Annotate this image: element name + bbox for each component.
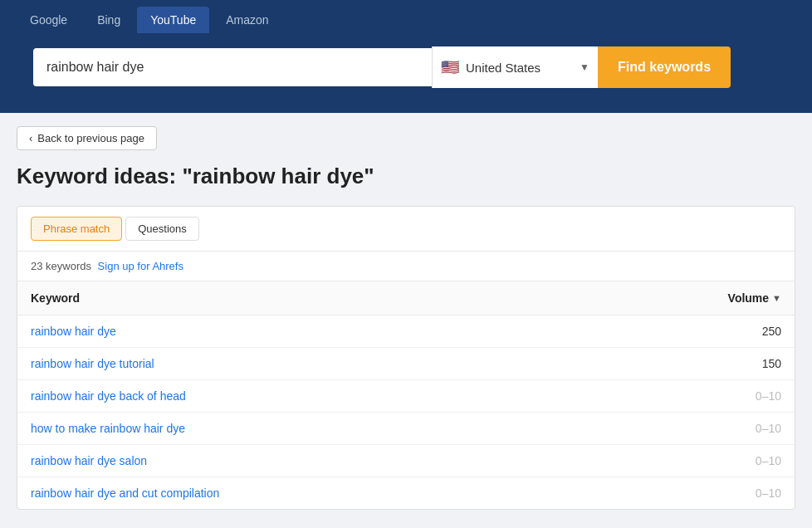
back-arrow-icon: ‹ [29, 132, 32, 144]
keyword-link[interactable]: rainbow hair dye and cut compilation [31, 486, 219, 500]
stats-row: 23 keywords Sign up for Ahrefs [17, 252, 795, 281]
chevron-down-icon: ▼ [580, 61, 589, 73]
keyword-table: rainbow hair dye 250 rainbow hair dye tu… [17, 315, 795, 509]
volume-value: 0–10 [756, 389, 781, 403]
table-row: how to make rainbow hair dye 0–10 [17, 413, 795, 445]
page-title: Keyword ideas: "rainbow hair dye" [17, 164, 795, 189]
country-label: United States [466, 61, 573, 75]
keyword-link[interactable]: rainbow hair dye [31, 325, 116, 338]
nav-tab-youtube[interactable]: YouTube [137, 7, 209, 33]
table-row: rainbow hair dye and cut compilation 0–1… [17, 477, 795, 509]
table-row: rainbow hair dye tutorial 150 [17, 348, 795, 380]
volume-value: 250 [762, 325, 781, 338]
keyword-link[interactable]: rainbow hair dye back of head [31, 389, 186, 403]
back-button-label: Back to previous page [37, 132, 144, 144]
nav-tabs: Google Bing YouTube Amazon [17, 0, 795, 33]
table-row: rainbow hair dye back of head 0–10 [17, 380, 795, 413]
search-input[interactable] [33, 48, 432, 86]
results-tabs-row: Phrase match Questions [17, 207, 795, 252]
back-button[interactable]: ‹ Back to previous page [17, 126, 157, 150]
volume-value: 0–10 [756, 422, 781, 435]
table-row: rainbow hair dye 250 [17, 315, 795, 348]
search-bar-area: 🇺🇸 United States ▼ Find keywords [17, 33, 795, 113]
nav-tab-amazon[interactable]: Amazon [213, 7, 281, 33]
tab-phrase-match[interactable]: Phrase match [31, 217, 122, 241]
keyword-link[interactable]: how to make rainbow hair dye [31, 422, 185, 435]
col-volume-header[interactable]: Volume ▼ [728, 291, 781, 305]
keyword-link[interactable]: rainbow hair dye tutorial [31, 357, 154, 370]
main-content: ‹ Back to previous page Keyword ideas: "… [0, 113, 812, 523]
keywords-count: 23 keywords [31, 260, 91, 272]
col-keyword-header: Keyword [31, 291, 80, 305]
volume-value: 0–10 [756, 486, 781, 500]
volume-value: 0–10 [756, 454, 781, 467]
find-keywords-button[interactable]: Find keywords [598, 46, 731, 88]
tab-questions[interactable]: Questions [125, 217, 199, 241]
volume-value: 150 [762, 357, 781, 370]
sort-arrow-icon: ▼ [772, 293, 781, 303]
nav-tab-bing[interactable]: Bing [84, 7, 134, 33]
keyword-link[interactable]: rainbow hair dye salon [31, 454, 147, 467]
header: Google Bing YouTube Amazon 🇺🇸 United Sta… [0, 0, 812, 113]
nav-tab-google[interactable]: Google [17, 7, 81, 33]
table-header: Keyword Volume ▼ [17, 281, 795, 315]
table-row: rainbow hair dye salon 0–10 [17, 445, 795, 477]
flag-icon: 🇺🇸 [441, 58, 459, 76]
signup-link[interactable]: Sign up for Ahrefs [98, 260, 183, 272]
country-select[interactable]: 🇺🇸 United States ▼ [432, 46, 598, 88]
results-box: Phrase match Questions 23 keywords Sign … [17, 206, 795, 510]
